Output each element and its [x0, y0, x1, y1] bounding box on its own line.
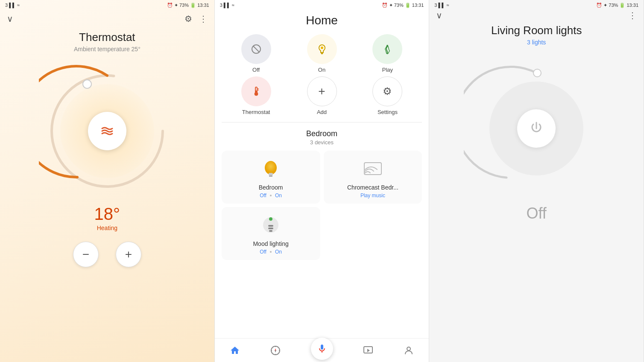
svg-rect-20 — [269, 230, 272, 232]
bedroom-on-btn[interactable]: On — [275, 193, 282, 199]
nav-media[interactable] — [363, 345, 373, 356]
svg-line-2 — [253, 46, 259, 52]
svg-point-17 — [269, 217, 272, 221]
home-title: Home — [215, 10, 429, 34]
on-scene-icon — [307, 34, 337, 64]
mood-off-btn[interactable]: Off — [260, 249, 266, 255]
thermostat-title-area: Thermostat Ambient temperature 25° — [0, 27, 214, 54]
nav-person[interactable] — [404, 345, 414, 356]
scene-settings[interactable]: ⚙ Settings — [356, 76, 419, 115]
lights-dial[interactable] — [464, 56, 609, 201]
signal-icons-2: 3 ▌▌ ≈ — [220, 3, 234, 8]
nav-compass[interactable] — [270, 345, 281, 356]
mood-lighting-icon — [258, 212, 284, 238]
status-bar-3: 3 ▌▌ ≈ ⏰ ✦ 73% 🔋 13:31 — [429, 0, 644, 10]
settings-scene-label: Settings — [378, 109, 398, 115]
mood-card-wrap: Mood lighting Off On — [222, 207, 422, 260]
lights-header: ∨ ⋮ — [429, 10, 644, 20]
increase-temp-button[interactable]: + — [116, 242, 141, 267]
bedroom-light-controls: Off On — [227, 193, 315, 199]
status-right-3: ⏰ ✦ 73% 🔋 13:31 — [596, 3, 638, 8]
chromecast-play-btn[interactable]: Play music — [360, 193, 385, 199]
dial-center-icon[interactable] — [88, 112, 126, 150]
scene-play[interactable]: Play — [356, 34, 419, 73]
thermostat-scene-icon — [241, 76, 271, 106]
person-icon — [404, 345, 414, 356]
scene-grid: Off On Play — [215, 34, 429, 115]
time-3: ⏰ ✦ 73% 🔋 13:31 — [596, 3, 638, 8]
add-scene-label: Add — [317, 109, 327, 115]
temp-value: 18° — [0, 204, 214, 224]
mic-button[interactable] — [311, 338, 333, 360]
home-icon — [230, 345, 240, 356]
more-icon[interactable]: ⋮ — [199, 14, 208, 24]
status-bar-2: 3 ▌▌ ≈ ⏰ ✦ 73% 🔋 13:31 — [215, 0, 429, 10]
svg-point-12 — [265, 161, 277, 175]
status-left-3: 3 ▌▌ ≈ — [434, 3, 449, 8]
scene-thermostat[interactable]: Thermostat — [225, 76, 287, 115]
nav-home[interactable] — [230, 345, 240, 356]
svg-rect-14 — [269, 175, 272, 177]
svg-point-27 — [533, 69, 541, 77]
dot-separator — [270, 195, 272, 196]
bedroom-count: 3 devices — [222, 139, 422, 146]
thermostat-header: ∨ ⚙ ⋮ — [0, 10, 214, 27]
bedroom-light-icon — [258, 156, 284, 181]
off-scene-label: Off — [252, 67, 260, 73]
status-right-2: ⏰ ✦ 73% 🔋 13:31 — [382, 3, 424, 8]
gear-icon[interactable]: ⚙ — [184, 14, 192, 24]
lights-count: 3 lights — [429, 39, 644, 46]
lights-title: Living Room lights — [429, 24, 644, 37]
mic-icon — [317, 344, 327, 354]
time-2: ⏰ ✦ 73% 🔋 13:31 — [382, 3, 424, 8]
mood-on-btn[interactable]: On — [275, 249, 282, 255]
bedroom-light-card[interactable]: Bedroom Off On — [222, 151, 320, 204]
svg-point-6 — [386, 45, 388, 47]
signal-icons-3: 3 ▌▌ ≈ — [434, 3, 449, 8]
lights-more-icon[interactable]: ⋮ — [628, 10, 637, 20]
signal-icons-1: 3 ▌▌ ≈ — [5, 3, 20, 8]
mood-lighting-controls: Off On — [227, 249, 315, 255]
bedroom-light-name: Bedroom — [227, 184, 315, 191]
thermostat-dial[interactable] — [39, 63, 176, 199]
lights-chevron-icon[interactable]: ∨ — [436, 10, 442, 20]
svg-rect-13 — [269, 173, 273, 175]
bedroom-section: Bedroom 3 devices — [215, 129, 429, 260]
temp-display: 18° Heating — [0, 204, 214, 231]
status-bar-1: 3 ▌▌ ≈ ⏰ ✦ 73% 🔋 13:31 — [0, 0, 214, 10]
thermostat-scene-label: Thermostat — [242, 109, 270, 115]
svg-marker-25 — [367, 349, 370, 352]
scene-on[interactable]: On — [291, 34, 353, 73]
play-scene-icon — [372, 34, 402, 64]
power-icon — [528, 120, 545, 137]
lights-power-button[interactable] — [517, 109, 556, 148]
status-left-1: 3 ▌▌ ≈ — [5, 3, 20, 8]
svg-rect-11 — [256, 90, 257, 94]
ambient-temp-label: Ambient temperature 25° — [0, 46, 214, 53]
compass-icon — [270, 345, 281, 356]
scene-add[interactable]: + Add — [291, 76, 353, 115]
home-panel: 3 ▌▌ ≈ ⏰ ✦ 73% 🔋 13:31 Home Off — [215, 0, 430, 362]
lights-panel: 3 ▌▌ ≈ ⏰ ✦ 73% 🔋 13:31 ∨ ⋮ Living Room l… — [429, 0, 644, 362]
chevron-down-icon[interactable]: ∨ — [7, 14, 13, 24]
svg-rect-18 — [268, 225, 273, 227]
media-icon — [363, 345, 373, 356]
divider — [222, 122, 422, 123]
scene-off[interactable]: Off — [225, 34, 287, 73]
mood-lighting-card[interactable]: Mood lighting Off On — [222, 207, 320, 260]
svg-point-5 — [321, 47, 323, 49]
nav-mic[interactable] — [311, 338, 333, 362]
svg-rect-19 — [268, 228, 273, 229]
chromecast-icon — [360, 156, 386, 181]
lights-title-area: Living Room lights 3 lights — [429, 20, 644, 47]
chromecast-name: Chromecast Bedr... — [329, 184, 417, 191]
bedroom-off-btn[interactable]: Off — [260, 193, 266, 199]
bottom-nav — [215, 338, 429, 362]
on-scene-label: On — [318, 67, 325, 73]
chromecast-card[interactable]: Chromecast Bedr... Play music — [324, 151, 422, 204]
svg-point-26 — [407, 347, 410, 350]
thermostat-controls: − + — [0, 242, 214, 267]
status-left-2: 3 ▌▌ ≈ — [220, 3, 234, 8]
decrease-temp-button[interactable]: − — [73, 242, 99, 267]
heating-icon — [99, 123, 116, 140]
